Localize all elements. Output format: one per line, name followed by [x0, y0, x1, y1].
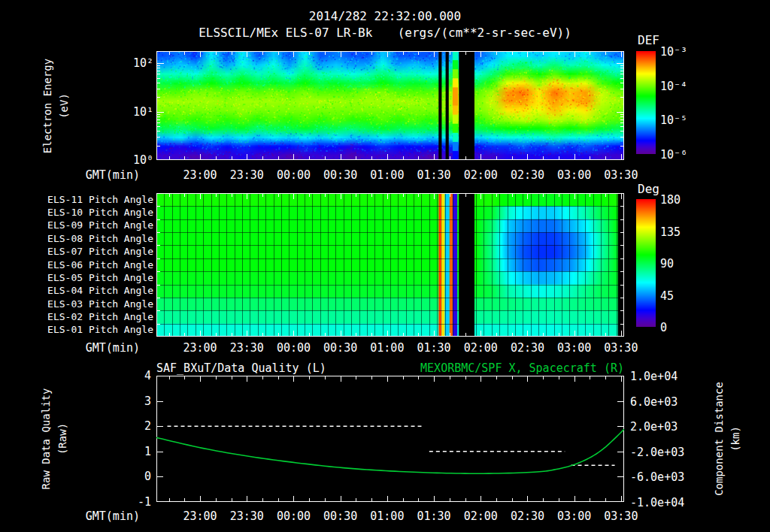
- plot-timestamp: 2014/282 22:32:00.000: [0, 9, 770, 23]
- pitch-row-label: ELS-02 Pitch Angle: [0, 311, 153, 322]
- x-tick-label: 01:30: [411, 509, 456, 523]
- right-series-title: MEXORBMC/SPF X, Spacecraft (R): [316, 361, 624, 375]
- quality-tick-label: 2: [114, 419, 151, 433]
- distance-tick-label: -6.0e+03: [630, 470, 684, 484]
- gmt-axis-caption-3: GMT(min): [45, 509, 140, 523]
- pitch-row-label: ELS-10 Pitch Angle: [0, 207, 153, 218]
- x-tick-label: 02:00: [458, 509, 503, 523]
- distance-tick-label: 1.0e+04: [630, 370, 678, 383]
- energy-tick-label: 10²: [116, 56, 153, 70]
- quality-axis-label-line1: Raw Data Quality: [38, 388, 54, 490]
- x-tick-label: 03:30: [599, 341, 644, 355]
- quality-axis-label: Raw Data Quality (Raw): [38, 388, 71, 490]
- x-tick-label: 23:30: [224, 168, 269, 182]
- quality-tick-label: 1: [114, 445, 151, 458]
- energy-axis-label: Electron Energy (eV): [39, 59, 72, 153]
- x-tick-label: 23:30: [224, 509, 269, 523]
- distance-tick-label: 2.0e+03: [630, 420, 678, 434]
- def-colorbar-tick: 10⁻⁵: [660, 113, 687, 127]
- distance-tick-label: -1.0e+04: [630, 496, 684, 509]
- flux-units-label: (ergs/(cm**2-sr-sec-eV)): [398, 26, 571, 40]
- x-tick-label: 01:00: [365, 168, 410, 182]
- energy-tick-label: 10⁰: [116, 153, 153, 167]
- gmt-axis-caption-2: GMT(min): [45, 341, 140, 355]
- x-tick-label: 23:00: [177, 509, 223, 523]
- energy-axis-label-line2: (eV): [56, 59, 72, 153]
- pitch-row-label: ELS-04 Pitch Angle: [0, 285, 153, 296]
- x-tick-label: 03:00: [552, 341, 597, 355]
- pitch-angle-heatmap: [156, 193, 624, 337]
- deg-colorbar-tick: 180: [660, 193, 681, 207]
- deg-colorbar-tick: 45: [660, 289, 674, 303]
- distance-axis-label: Component Distance (km): [711, 382, 744, 496]
- colorbar-def-title: DEF: [638, 33, 659, 47]
- colorbar-deg-title: Deg: [638, 182, 659, 196]
- pitch-row-label: ELS-03 Pitch Angle: [0, 298, 153, 310]
- def-colorbar-tick: 10⁻⁶: [660, 148, 687, 162]
- def-colorbar: [636, 51, 656, 154]
- x-tick-label: 02:00: [458, 168, 503, 182]
- distance-axis-label-line1: Component Distance: [711, 382, 727, 496]
- x-tick-label: 03:00: [552, 509, 597, 523]
- pitch-row-label: ELS-11 Pitch Angle: [0, 194, 153, 205]
- distance-tick-label: 6.0e+03: [630, 395, 678, 409]
- quality-tick-label: -1: [114, 495, 151, 509]
- x-tick-label: 03:30: [599, 509, 644, 523]
- pitch-row-label: ELS-05 Pitch Angle: [0, 272, 153, 283]
- deg-colorbar: [636, 199, 656, 327]
- x-tick-label: 03:30: [599, 168, 644, 182]
- instrument-title: ELSSCIL/MEx ELS-07 LR-Bk: [199, 26, 372, 40]
- x-tick-label: 23:30: [224, 341, 269, 355]
- pitch-row-label: ELS-07 Pitch Angle: [0, 246, 153, 257]
- pitch-row-label: ELS-06 Pitch Angle: [0, 259, 153, 271]
- quality-distance-plot: [156, 376, 624, 502]
- x-tick-label: 00:00: [271, 341, 316, 355]
- pitch-row-label: ELS-08 Pitch Angle: [0, 233, 153, 244]
- distance-axis-label-line2: (km): [727, 382, 744, 496]
- pitch-row-label: ELS-09 Pitch Angle: [0, 219, 153, 231]
- deg-colorbar-tick: 135: [660, 225, 681, 239]
- x-tick-label: 01:00: [365, 509, 410, 523]
- x-tick-label: 01:00: [365, 341, 410, 355]
- gmt-axis-caption-1: GMT(min): [45, 168, 140, 182]
- quality-tick-label: 4: [114, 369, 151, 382]
- x-tick-label: 00:30: [318, 341, 363, 355]
- deg-colorbar-tick: 90: [660, 257, 674, 271]
- x-tick-label: 02:00: [458, 341, 503, 355]
- x-tick-label: 23:00: [177, 341, 223, 355]
- x-tick-label: 03:00: [552, 168, 597, 182]
- x-tick-label: 01:30: [411, 168, 456, 182]
- deg-colorbar-tick: 0: [660, 321, 667, 334]
- x-tick-label: 00:30: [318, 509, 363, 523]
- cdaweb-science-plot: 2014/282 22:32:00.000 ELSSCIL/MEx ELS-07…: [0, 0, 770, 532]
- quality-axis-label-line2: (Raw): [54, 388, 71, 490]
- energy-tick-label: 10¹: [116, 105, 153, 119]
- def-colorbar-tick: 10⁻⁴: [660, 80, 687, 93]
- pitch-row-label: ELS-01 Pitch Angle: [0, 324, 153, 335]
- x-tick-label: 00:00: [271, 509, 316, 523]
- x-tick-label: 02:30: [505, 341, 550, 355]
- left-series-title: SAF_BXuT/Data Quality (L): [156, 361, 326, 375]
- x-tick-label: 01:30: [411, 341, 456, 355]
- x-tick-label: 00:00: [271, 168, 316, 182]
- def-colorbar-tick: 10⁻³: [660, 45, 687, 59]
- distance-tick-label: -2.0e+03: [630, 446, 684, 459]
- x-tick-label: 02:30: [505, 168, 550, 182]
- x-tick-label: 00:30: [318, 168, 363, 182]
- energy-axis-label-line1: Electron Energy: [39, 59, 56, 153]
- x-tick-label: 02:30: [505, 509, 550, 523]
- electron-energy-spectrogram: [156, 51, 624, 160]
- x-tick-label: 23:00: [177, 168, 223, 182]
- quality-tick-label: 3: [114, 394, 151, 408]
- quality-tick-label: 0: [114, 470, 151, 483]
